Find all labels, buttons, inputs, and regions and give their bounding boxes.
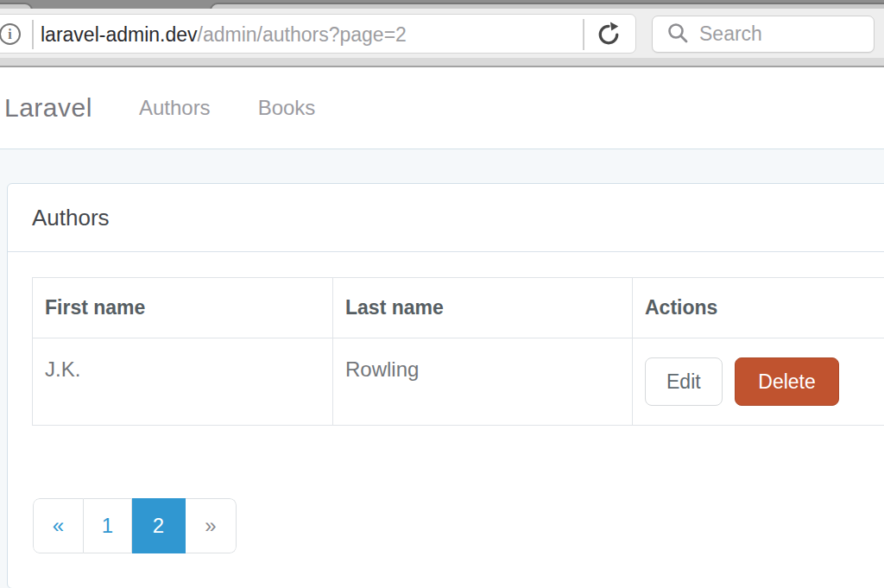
navbar-brand[interactable]: Laravel	[4, 93, 92, 123]
delete-button[interactable]: Delete	[735, 357, 838, 406]
refresh-icon[interactable]	[593, 21, 624, 48]
pagination-page-2-active[interactable]: 2	[132, 498, 186, 553]
nav-link-authors[interactable]: Authors	[139, 96, 211, 120]
panel-body: First name Last name Actions J.K. Rowlin…	[8, 252, 884, 578]
browser-tab-partial[interactable]	[0, 3, 33, 9]
browser-search-input[interactable]	[699, 22, 867, 46]
browser-toolbar: i laravel-admin.dev/admin/authors?page=2	[0, 9, 884, 58]
browser-search-box[interactable]	[652, 16, 875, 53]
tab-strip	[0, 0, 884, 9]
cell-first-name: J.K.	[33, 338, 333, 426]
urlbar-divider-right	[583, 19, 584, 50]
column-header-first-name: First name	[33, 278, 333, 338]
pagination-next-disabled: »	[186, 498, 237, 553]
cell-last-name: Rowling	[333, 338, 633, 426]
pagination: « 1 2 »	[33, 498, 237, 553]
url-bar[interactable]: i laravel-admin.dev/admin/authors?page=2	[0, 14, 636, 54]
search-icon	[666, 22, 689, 47]
site-navbar: Laravel Authors Books	[0, 67, 884, 149]
nav-link-books[interactable]: Books	[258, 96, 316, 120]
urlbar-divider	[32, 20, 34, 49]
authors-table: First name Last name Actions J.K. Rowlin…	[32, 277, 884, 426]
panel-title: Authors	[8, 184, 884, 252]
pagination-previous[interactable]: «	[33, 498, 84, 553]
url-host: laravel-admin.dev	[41, 23, 198, 47]
browser-tab-active[interactable]	[210, 3, 884, 9]
pagination-page-1[interactable]: 1	[84, 498, 132, 553]
table-row: J.K. Rowling Edit Delete	[33, 338, 884, 426]
toolbar-bottom-edge	[0, 58, 884, 67]
cell-actions: Edit Delete	[633, 338, 884, 426]
page-content: Authors First name Last name Actions J.K…	[0, 149, 884, 588]
authors-panel: Authors First name Last name Actions J.K…	[7, 183, 884, 588]
column-header-actions: Actions	[633, 278, 884, 338]
browser-window: i laravel-admin.dev/admin/authors?page=2	[0, 0, 884, 588]
info-icon[interactable]: i	[0, 23, 21, 45]
url-path: /admin/authors?page=2	[198, 23, 407, 47]
edit-button[interactable]: Edit	[645, 357, 723, 406]
column-header-last-name: Last name	[333, 278, 633, 338]
url-text[interactable]: laravel-admin.dev/admin/authors?page=2	[41, 15, 407, 54]
table-header-row: First name Last name Actions	[33, 278, 884, 338]
